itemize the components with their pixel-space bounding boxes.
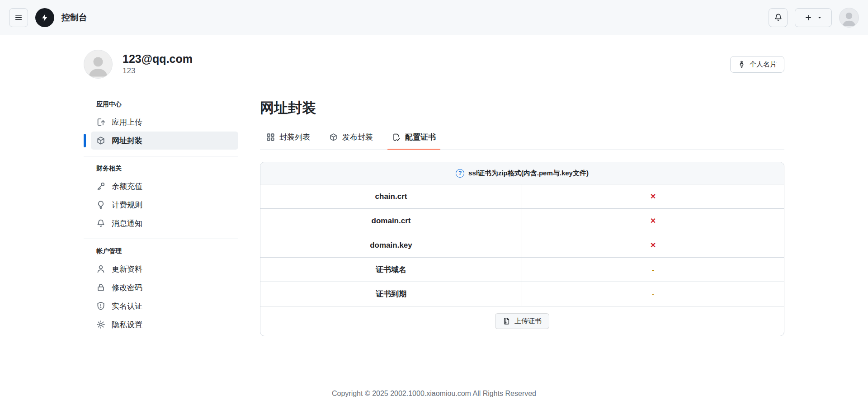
- person-silhouette-icon: [85, 52, 111, 78]
- sidebar-item-label: 更新资料: [112, 264, 142, 274]
- shield-icon: [96, 301, 105, 310]
- table-row: 证书域名 -: [260, 257, 784, 282]
- notifications-button[interactable]: [769, 8, 788, 27]
- tab-label: 封装列表: [279, 132, 310, 142]
- sidebar-divider: [84, 156, 238, 156]
- certificate-table-header: ? ssl证书为zip格式(内含.pem与.key文件): [260, 162, 784, 184]
- cert-field-status: -: [522, 282, 784, 306]
- cert-field-label: 证书域名: [260, 258, 522, 282]
- profile-username: 123: [123, 66, 193, 75]
- sidebar: 应用中心 应用上传 网址封装 财务相关 余额充值: [84, 99, 238, 334]
- hamburger-menu-button[interactable]: [9, 8, 28, 27]
- hamburger-icon: [14, 14, 23, 22]
- gear-icon: [96, 320, 105, 329]
- tab-packaging-list[interactable]: 封装列表: [260, 128, 316, 150]
- person-silhouette-icon: [840, 9, 858, 27]
- table-row: chain.crt ×: [260, 184, 784, 208]
- user-avatar[interactable]: [839, 8, 859, 28]
- certificate-format-hint: ssl证书为zip格式(内含.pem与.key文件): [468, 169, 589, 178]
- sidebar-item-update-profile[interactable]: 更新资料: [91, 260, 238, 278]
- upload-certificate-button[interactable]: 上传证书: [495, 313, 549, 329]
- cert-field-label: 证书到期: [260, 282, 522, 306]
- sidebar-item-label: 网址封装: [112, 136, 142, 146]
- sidebar-item-realname-verification[interactable]: 实名认证: [91, 297, 238, 315]
- sidebar-section-account: 帐户管理: [91, 245, 238, 260]
- lock-icon: [96, 283, 105, 292]
- sidebar-item-app-upload[interactable]: 应用上传: [91, 113, 238, 131]
- upload-certificate-button-label: 上传证书: [514, 317, 542, 325]
- table-row: domain.crt ×: [260, 208, 784, 233]
- table-row: domain.key ×: [260, 233, 784, 257]
- app-logo[interactable]: [35, 8, 54, 27]
- cert-field-label: chain.crt: [260, 184, 522, 208]
- tab-label: 发布封装: [342, 132, 373, 142]
- sidebar-item-label: 应用上传: [112, 117, 142, 127]
- sidebar-item-privacy-settings[interactable]: 隐私设置: [91, 315, 238, 334]
- grid-icon: [266, 133, 275, 141]
- bell-icon: [96, 219, 105, 228]
- profile-email: 123@qq.com: [123, 53, 193, 66]
- page-header-title: 控制台: [61, 12, 87, 24]
- table-row: 证书到期 -: [260, 282, 784, 306]
- profile-info: 123@qq.com 123: [123, 53, 193, 76]
- zip-file-icon: [503, 317, 510, 325]
- page-title: 网址封装: [260, 99, 784, 118]
- personal-card-button[interactable]: 个人名片: [730, 56, 784, 73]
- tab-bar: 封装列表 发布封装 配置证书: [260, 128, 784, 150]
- profile-avatar[interactable]: [84, 50, 113, 79]
- tab-label: 配置证书: [405, 132, 436, 142]
- upload-icon: [96, 118, 105, 127]
- key-icon: [96, 182, 105, 191]
- package-icon: [329, 133, 338, 141]
- main-content: 网址封装 封装列表 发布封装: [260, 99, 784, 336]
- caret-down-icon: [817, 15, 822, 20]
- sidebar-item-balance-recharge[interactable]: 余额充值: [91, 177, 238, 195]
- person-standing-icon: [738, 61, 745, 68]
- sidebar-item-label: 计费规则: [112, 200, 142, 210]
- sidebar-section-app-center: 应用中心: [91, 99, 238, 113]
- sidebar-divider: [84, 239, 238, 239]
- lightning-icon: [40, 13, 49, 22]
- bell-icon: [774, 13, 783, 22]
- cert-field-status: -: [522, 258, 784, 282]
- personal-card-button-label: 个人名片: [750, 60, 777, 69]
- sidebar-item-label: 隐私设置: [112, 320, 142, 330]
- certificate-table-footer: 上传证书: [260, 306, 784, 336]
- sidebar-item-label: 消息通知: [112, 218, 142, 229]
- copyright-footer: Copyright © 2025 2002.1000.xiaomiou.com …: [0, 390, 868, 398]
- file-check-icon: [392, 133, 401, 141]
- profile-header: 123@qq.com 123 个人名片: [84, 50, 784, 79]
- lightbulb-icon: [96, 200, 105, 209]
- cert-field-label: domain.key: [260, 233, 522, 257]
- create-new-dropdown-button[interactable]: [795, 8, 832, 27]
- sidebar-section-finance: 财务相关: [91, 163, 238, 177]
- tab-configure-certificate[interactable]: 配置证书: [386, 128, 442, 150]
- cert-field-label: domain.crt: [260, 209, 522, 233]
- sidebar-item-label: 修改密码: [112, 282, 142, 293]
- cert-field-status: ×: [522, 233, 784, 257]
- sidebar-item-label: 余额充值: [112, 181, 142, 192]
- topbar: 控制台: [0, 0, 868, 35]
- cert-field-status: ×: [522, 209, 784, 233]
- person-icon: [96, 264, 105, 273]
- package-icon: [96, 136, 105, 145]
- sidebar-item-billing-rules[interactable]: 计费规则: [91, 196, 238, 214]
- help-question-icon[interactable]: ?: [456, 169, 464, 178]
- sidebar-item-url-packaging[interactable]: 网址封装: [91, 132, 238, 150]
- cert-field-status: ×: [522, 184, 784, 208]
- plus-icon: [804, 14, 812, 22]
- sidebar-item-change-password[interactable]: 修改密码: [91, 278, 238, 296]
- sidebar-item-notifications[interactable]: 消息通知: [91, 214, 238, 232]
- sidebar-item-label: 实名认证: [112, 301, 142, 311]
- tab-publish-packaging[interactable]: 发布封装: [323, 128, 379, 150]
- certificate-table: ? ssl证书为zip格式(内含.pem与.key文件) chain.crt ×…: [260, 162, 784, 336]
